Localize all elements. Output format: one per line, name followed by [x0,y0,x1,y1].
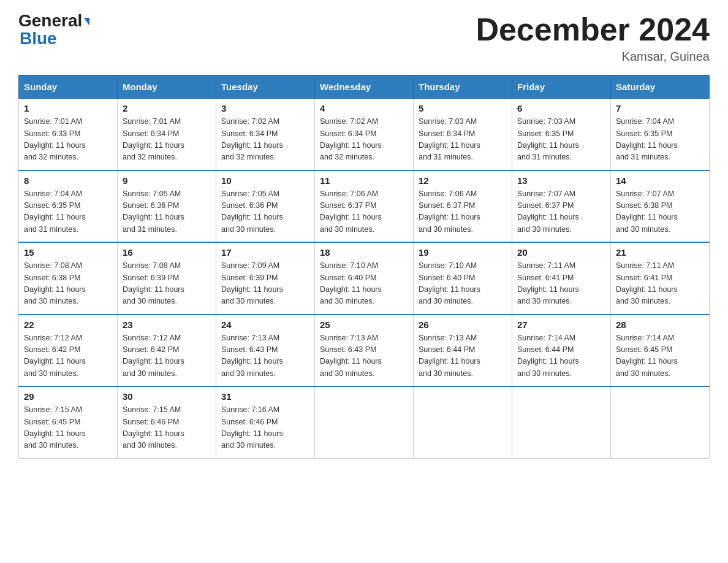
calendar-day-cell [315,386,414,458]
calendar-day-cell: 4 Sunrise: 7:02 AM Sunset: 6:34 PM Dayli… [315,99,414,170]
calendar-subtitle: Kamsar, Guinea [476,50,710,64]
calendar-day-cell: 23 Sunrise: 7:12 AM Sunset: 6:42 PM Dayl… [118,315,216,387]
calendar-day-cell: 18 Sunrise: 7:10 AM Sunset: 6:40 PM Dayl… [315,242,414,315]
day-number: 11 [320,175,408,186]
calendar-day-cell: 16 Sunrise: 7:08 AM Sunset: 6:39 PM Dayl… [118,242,216,315]
day-number: 18 [320,247,408,258]
header-wednesday: Wednesday [315,75,414,99]
calendar-day-cell: 3 Sunrise: 7:02 AM Sunset: 6:34 PM Dayli… [216,99,315,170]
day-info: Sunrise: 7:16 AM Sunset: 6:46 PM Dayligh… [221,404,309,452]
day-number: 20 [517,247,605,258]
day-info: Sunrise: 7:15 AM Sunset: 6:46 PM Dayligh… [123,404,211,452]
day-number: 15 [24,247,112,258]
day-info: Sunrise: 7:13 AM Sunset: 6:44 PM Dayligh… [419,332,507,380]
day-info: Sunrise: 7:15 AM Sunset: 6:45 PM Dayligh… [24,404,112,452]
day-info: Sunrise: 7:01 AM Sunset: 6:34 PM Dayligh… [123,116,211,164]
header-thursday: Thursday [414,75,512,99]
calendar-week-row: 29 Sunrise: 7:15 AM Sunset: 6:45 PM Dayl… [19,386,710,458]
calendar-day-cell [512,386,611,458]
day-number: 22 [24,320,112,330]
day-number: 31 [221,391,309,402]
day-info: Sunrise: 7:01 AM Sunset: 6:33 PM Dayligh… [24,116,112,164]
day-info: Sunrise: 7:07 AM Sunset: 6:37 PM Dayligh… [517,188,605,236]
day-number: 8 [24,175,112,186]
calendar-day-cell: 15 Sunrise: 7:08 AM Sunset: 6:38 PM Dayl… [19,242,118,315]
day-info: Sunrise: 7:04 AM Sunset: 6:35 PM Dayligh… [24,188,112,236]
day-number: 28 [616,320,704,330]
calendar-day-cell: 10 Sunrise: 7:05 AM Sunset: 6:36 PM Dayl… [216,170,315,243]
calendar-day-cell: 24 Sunrise: 7:13 AM Sunset: 6:43 PM Dayl… [216,315,315,387]
header-tuesday: Tuesday [216,75,315,99]
day-info: Sunrise: 7:05 AM Sunset: 6:36 PM Dayligh… [221,188,309,236]
day-info: Sunrise: 7:03 AM Sunset: 6:35 PM Dayligh… [517,116,605,164]
page-header: General Blue December 2024 Kamsar, Guine… [18,12,710,64]
day-info: Sunrise: 7:14 AM Sunset: 6:44 PM Dayligh… [517,332,605,380]
calendar-day-cell: 31 Sunrise: 7:16 AM Sunset: 6:46 PM Dayl… [216,386,315,458]
calendar-day-cell: 29 Sunrise: 7:15 AM Sunset: 6:45 PM Dayl… [19,386,118,458]
calendar-day-cell: 9 Sunrise: 7:05 AM Sunset: 6:36 PM Dayli… [118,170,216,243]
calendar-day-cell: 2 Sunrise: 7:01 AM Sunset: 6:34 PM Dayli… [118,99,216,170]
logo: General Blue [18,12,89,48]
day-info: Sunrise: 7:11 AM Sunset: 6:41 PM Dayligh… [517,260,605,308]
day-info: Sunrise: 7:11 AM Sunset: 6:41 PM Dayligh… [616,260,704,308]
day-number: 7 [616,103,704,113]
day-info: Sunrise: 7:04 AM Sunset: 6:35 PM Dayligh… [616,116,704,164]
calendar-day-cell: 13 Sunrise: 7:07 AM Sunset: 6:37 PM Dayl… [512,170,611,243]
calendar-day-cell: 14 Sunrise: 7:07 AM Sunset: 6:38 PM Dayl… [611,170,710,243]
day-number: 12 [419,175,507,186]
day-number: 16 [123,247,211,258]
day-info: Sunrise: 7:13 AM Sunset: 6:43 PM Dayligh… [320,332,408,380]
header-saturday: Saturday [611,75,710,99]
day-info: Sunrise: 7:09 AM Sunset: 6:39 PM Dayligh… [221,260,309,308]
day-number: 19 [419,247,507,258]
day-number: 24 [221,320,309,330]
day-number: 21 [616,247,704,258]
logo-blue: Blue [20,29,57,48]
calendar-week-row: 8 Sunrise: 7:04 AM Sunset: 6:35 PM Dayli… [19,170,710,243]
calendar-day-cell: 5 Sunrise: 7:03 AM Sunset: 6:34 PM Dayli… [414,99,512,170]
day-number: 25 [320,320,408,330]
day-number: 13 [517,175,605,186]
header-monday: Monday [118,75,216,99]
day-info: Sunrise: 7:13 AM Sunset: 6:43 PM Dayligh… [221,332,309,380]
calendar-day-cell: 26 Sunrise: 7:13 AM Sunset: 6:44 PM Dayl… [414,315,512,387]
calendar-day-cell [611,386,710,458]
calendar-day-cell: 1 Sunrise: 7:01 AM Sunset: 6:33 PM Dayli… [19,99,118,170]
day-info: Sunrise: 7:08 AM Sunset: 6:39 PM Dayligh… [123,260,211,308]
calendar-day-cell: 28 Sunrise: 7:14 AM Sunset: 6:45 PM Dayl… [611,315,710,387]
day-info: Sunrise: 7:12 AM Sunset: 6:42 PM Dayligh… [123,332,211,380]
calendar-week-row: 1 Sunrise: 7:01 AM Sunset: 6:33 PM Dayli… [19,99,710,170]
day-number: 2 [123,103,211,113]
calendar-day-cell: 19 Sunrise: 7:10 AM Sunset: 6:40 PM Dayl… [414,242,512,315]
day-number: 26 [419,320,507,330]
day-number: 30 [123,391,211,402]
day-number: 23 [123,320,211,330]
day-number: 5 [419,103,507,113]
day-info: Sunrise: 7:05 AM Sunset: 6:36 PM Dayligh… [123,188,211,236]
day-info: Sunrise: 7:02 AM Sunset: 6:34 PM Dayligh… [221,116,309,164]
calendar-day-cell: 21 Sunrise: 7:11 AM Sunset: 6:41 PM Dayl… [611,242,710,315]
day-number: 9 [123,175,211,186]
day-info: Sunrise: 7:03 AM Sunset: 6:34 PM Dayligh… [419,116,507,164]
header-friday: Friday [512,75,611,99]
day-number: 3 [221,103,309,113]
day-number: 10 [221,175,309,186]
weekday-header-row: Sunday Monday Tuesday Wednesday Thursday… [19,75,710,99]
day-number: 4 [320,103,408,113]
day-info: Sunrise: 7:10 AM Sunset: 6:40 PM Dayligh… [419,260,507,308]
calendar-day-cell: 25 Sunrise: 7:13 AM Sunset: 6:43 PM Dayl… [315,315,414,387]
header-sunday: Sunday [19,75,118,99]
calendar-day-cell: 12 Sunrise: 7:06 AM Sunset: 6:37 PM Dayl… [414,170,512,243]
calendar-day-cell: 7 Sunrise: 7:04 AM Sunset: 6:35 PM Dayli… [611,99,710,170]
day-number: 14 [616,175,704,186]
logo-general: General [18,12,89,29]
calendar-day-cell: 11 Sunrise: 7:06 AM Sunset: 6:37 PM Dayl… [315,170,414,243]
title-area: December 2024 Kamsar, Guinea [476,12,710,64]
calendar-day-cell: 8 Sunrise: 7:04 AM Sunset: 6:35 PM Dayli… [19,170,118,243]
calendar-day-cell: 17 Sunrise: 7:09 AM Sunset: 6:39 PM Dayl… [216,242,315,315]
day-info: Sunrise: 7:14 AM Sunset: 6:45 PM Dayligh… [616,332,704,380]
day-info: Sunrise: 7:06 AM Sunset: 6:37 PM Dayligh… [320,188,408,236]
calendar-table: Sunday Monday Tuesday Wednesday Thursday… [18,75,710,459]
calendar-day-cell: 6 Sunrise: 7:03 AM Sunset: 6:35 PM Dayli… [512,99,611,170]
calendar-week-row: 22 Sunrise: 7:12 AM Sunset: 6:42 PM Dayl… [19,315,710,387]
